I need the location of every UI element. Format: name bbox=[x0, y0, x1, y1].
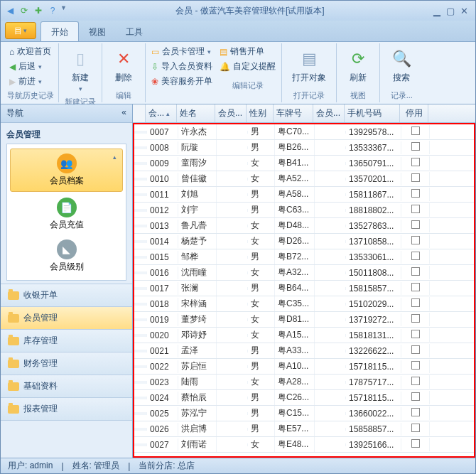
table-row[interactable]: 0024 蔡怡辰 男 粤C26... 15718115... bbox=[134, 390, 474, 406]
app-menu-button[interactable]: 目▾ bbox=[5, 22, 36, 39]
col-header-6[interactable]: 手机号码 bbox=[345, 104, 400, 122]
col-header-4[interactable]: 车牌号 bbox=[274, 104, 313, 122]
checkbox-icon[interactable] bbox=[411, 298, 420, 307]
help-icon[interactable]: ? bbox=[46, 4, 59, 17]
cell-disabled[interactable] bbox=[401, 344, 430, 357]
chevron-down-icon[interactable]: ▼ bbox=[60, 4, 67, 17]
checkbox-icon[interactable] bbox=[411, 267, 420, 276]
cell-disabled[interactable] bbox=[401, 391, 430, 404]
row-indicator[interactable] bbox=[134, 162, 147, 165]
maximize-button[interactable]: ▢ bbox=[446, 6, 455, 16]
col-header-1[interactable]: 姓名 bbox=[177, 104, 215, 122]
checkbox-icon[interactable] bbox=[411, 173, 420, 182]
row-indicator[interactable] bbox=[134, 318, 147, 321]
cell-disabled[interactable] bbox=[401, 375, 430, 389]
row-indicator[interactable] bbox=[134, 240, 147, 243]
table-row[interactable]: 0019 董梦绮 女 粤D81... 13719272... bbox=[134, 312, 474, 328]
remind-button[interactable]: 🔔自定义提醒 bbox=[218, 60, 277, 73]
table-row[interactable]: 0007 许永杰 男 粤C70... 13929578... bbox=[134, 124, 474, 140]
new-button[interactable]: ▯新建▾ bbox=[63, 45, 97, 95]
checkbox-icon[interactable] bbox=[411, 361, 420, 370]
checkbox-icon[interactable] bbox=[411, 126, 420, 135]
checkbox-icon[interactable] bbox=[411, 189, 420, 198]
table-row[interactable]: 0023 陆雨 女 粤A28... 17875717... bbox=[134, 375, 474, 390]
cell-disabled[interactable] bbox=[401, 203, 430, 217]
close-button[interactable]: ✕ bbox=[460, 6, 468, 16]
table-row[interactable]: 0016 沈雨瞳 女 粤A32... 15011808... bbox=[134, 265, 474, 281]
welcome-button[interactable]: ⌂欢迎首页 bbox=[6, 45, 54, 58]
forward-button[interactable]: ▶前进▾ bbox=[6, 75, 54, 88]
row-indicator[interactable] bbox=[134, 381, 147, 384]
col-header-7[interactable]: 停用 bbox=[400, 104, 428, 122]
cell-disabled[interactable] bbox=[401, 313, 430, 326]
checkbox-icon[interactable] bbox=[411, 252, 420, 260]
add-icon[interactable]: ✚ bbox=[32, 4, 45, 17]
cell-disabled[interactable] bbox=[401, 422, 430, 436]
nav-cat-2[interactable]: 库存管理 bbox=[1, 330, 132, 352]
row-selector-header[interactable] bbox=[133, 104, 146, 122]
table-row[interactable]: 0014 杨楚予 女 粤D26... 13710858... bbox=[134, 234, 474, 249]
cell-disabled[interactable] bbox=[401, 219, 430, 232]
back-icon[interactable]: ◀ bbox=[4, 4, 16, 17]
row-indicator[interactable] bbox=[134, 412, 147, 415]
checkbox-icon[interactable] bbox=[411, 283, 420, 291]
row-indicator[interactable] bbox=[134, 193, 147, 196]
tab-tools[interactable]: 工具 bbox=[116, 22, 153, 41]
cell-disabled[interactable] bbox=[401, 297, 430, 311]
checkbox-icon[interactable] bbox=[411, 330, 420, 338]
row-indicator[interactable] bbox=[134, 225, 147, 227]
checkbox-icon[interactable] bbox=[411, 236, 420, 244]
row-indicator[interactable] bbox=[134, 334, 147, 337]
row-indicator[interactable] bbox=[134, 146, 147, 149]
cell-disabled[interactable] bbox=[401, 188, 430, 201]
nav-item-1[interactable]: 📄会员充值 bbox=[7, 193, 126, 235]
checkbox-icon[interactable] bbox=[411, 439, 420, 448]
table-row[interactable]: 0011 刘旭 男 粤A58... 15811867... bbox=[134, 187, 474, 203]
nav-cat-0[interactable]: 收银开单 bbox=[1, 284, 132, 307]
row-indicator[interactable] bbox=[134, 428, 147, 431]
table-row[interactable]: 0017 张澜 男 粤B64... 15815857... bbox=[134, 281, 474, 296]
row-indicator[interactable] bbox=[134, 209, 147, 212]
cell-disabled[interactable] bbox=[401, 281, 430, 295]
row-indicator[interactable] bbox=[134, 178, 147, 181]
minimize-button[interactable]: ▁ bbox=[433, 6, 440, 16]
table-row[interactable]: 0022 苏启恒 男 粤A10... 15718115... bbox=[134, 359, 474, 375]
checkbox-icon[interactable] bbox=[411, 220, 420, 229]
cell-disabled[interactable] bbox=[401, 141, 430, 154]
table-row[interactable]: 0018 宋梓涵 女 粤C35... 15102029... bbox=[134, 296, 474, 312]
sale-button[interactable]: ▤销售开单 bbox=[218, 45, 277, 58]
search-button[interactable]: 🔍搜索 bbox=[384, 45, 418, 87]
table-row[interactable]: 0027 刘雨诺 女 粤E48... 13925166... bbox=[134, 437, 474, 453]
row-indicator[interactable] bbox=[134, 303, 147, 306]
grid-body[interactable]: 0007 许永杰 男 粤C70... 13929578... 0008 阮璇 男… bbox=[133, 123, 475, 458]
col-header-5[interactable]: 会员... bbox=[313, 104, 345, 122]
back-button[interactable]: ◀后退▾ bbox=[6, 60, 54, 73]
checkbox-icon[interactable] bbox=[411, 345, 420, 354]
checkbox-icon[interactable] bbox=[411, 158, 420, 166]
open-button[interactable]: ▤打开对象 bbox=[286, 45, 332, 87]
collapse-icon[interactable]: « bbox=[121, 107, 126, 119]
col-header-2[interactable]: 会员... bbox=[215, 104, 247, 122]
refresh-icon[interactable]: ⟳ bbox=[18, 4, 31, 17]
checkbox-icon[interactable] bbox=[411, 205, 420, 213]
nav-cat-3[interactable]: 财务管理 bbox=[1, 352, 132, 375]
checkbox-icon[interactable] bbox=[411, 377, 420, 385]
checkbox-icon[interactable] bbox=[411, 314, 420, 323]
nav-item-2[interactable]: ◣会员级别 bbox=[7, 235, 126, 277]
cell-disabled[interactable] bbox=[401, 406, 430, 420]
nav-cat-4[interactable]: 基础资料 bbox=[1, 375, 132, 398]
row-indicator[interactable] bbox=[134, 131, 147, 134]
row-indicator[interactable] bbox=[134, 256, 147, 259]
service-button[interactable]: ❀美容服务开单 bbox=[150, 75, 214, 88]
table-row[interactable]: 0013 鲁凡瞢 女 粤D48... 13527863... bbox=[134, 218, 474, 234]
checkbox-icon[interactable] bbox=[411, 142, 420, 151]
table-row[interactable]: 0010 曾佳徽 女 粤A52... 13570201... bbox=[134, 171, 474, 187]
row-indicator[interactable] bbox=[134, 397, 147, 399]
row-indicator[interactable] bbox=[134, 365, 147, 368]
cell-disabled[interactable] bbox=[401, 360, 430, 373]
col-header-3[interactable]: 性别 bbox=[247, 104, 274, 122]
delete-button[interactable]: ✕删除 bbox=[107, 45, 141, 87]
nav-cat-5[interactable]: 报表管理 bbox=[1, 398, 132, 421]
tab-start[interactable]: 开始 bbox=[40, 21, 79, 41]
table-row[interactable]: 0020 邓诗妤 女 粤A15... 15818131... bbox=[134, 328, 474, 343]
